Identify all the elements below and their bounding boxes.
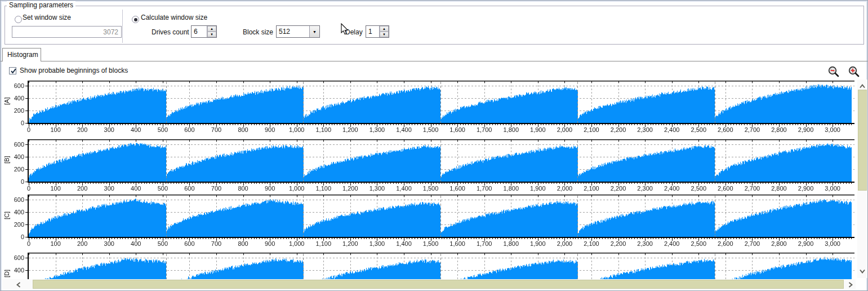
block-size-label: Block size xyxy=(243,28,273,36)
vertical-scrollbar[interactable] xyxy=(857,80,867,278)
delay-label: Delay xyxy=(345,28,363,36)
tab-strip-divider xyxy=(1,61,867,61)
histogram-chart-b: [B] xyxy=(1,138,856,195)
calculate-window-size-radio[interactable] xyxy=(132,16,139,23)
scroll-left-icon[interactable] xyxy=(16,282,21,288)
horizontal-scrollbar[interactable] xyxy=(2,279,856,289)
set-window-size-label[interactable]: Set window size xyxy=(23,14,71,21)
group-separator xyxy=(122,10,123,43)
block-size-value[interactable]: 512 xyxy=(277,26,309,37)
delay-stepper[interactable]: 1 ▲ ▼ xyxy=(366,25,389,38)
scroll-up-icon[interactable] xyxy=(860,84,865,89)
set-window-size-radio[interactable] xyxy=(15,16,22,23)
histogram-canvas-c[interactable] xyxy=(1,193,856,250)
app-window: Sampling parameters Set window size Calc… xyxy=(0,0,868,291)
scroll-right-icon[interactable] xyxy=(848,282,853,288)
drives-count-up-button[interactable]: ▲ xyxy=(207,26,216,32)
delay-down-button[interactable]: ▼ xyxy=(380,32,389,37)
group-title: Sampling parameters xyxy=(7,1,75,9)
horizontal-scrollbar-thumb[interactable] xyxy=(33,280,844,289)
dropdown-arrow-icon[interactable]: ▼ xyxy=(309,26,319,37)
drives-count-value[interactable]: 6 xyxy=(192,26,207,37)
scroll-down-icon[interactable] xyxy=(860,269,865,274)
histogram-canvas-b[interactable] xyxy=(1,138,856,195)
sampling-parameters-group: Sampling parameters Set window size Calc… xyxy=(5,6,864,45)
calculate-window-size-label[interactable]: Calculate window size xyxy=(141,14,207,21)
tab-histogram[interactable]: Histogram xyxy=(2,48,41,61)
block-size-dropdown[interactable]: 512 ▼ xyxy=(276,25,320,38)
checkmark-icon xyxy=(10,68,17,74)
show-blocks-checkbox[interactable] xyxy=(9,67,16,74)
show-blocks-checkbox-row[interactable]: Show probable beginnings of blocks xyxy=(9,67,128,74)
histogram-chart-d: [D] xyxy=(1,252,856,279)
drives-count-label: Drives count xyxy=(152,28,189,36)
histogram-chart-c: [C] xyxy=(1,193,856,250)
drives-count-down-button[interactable]: ▼ xyxy=(207,32,216,37)
histogram-canvas-d[interactable] xyxy=(1,252,856,279)
zoom-out-icon[interactable] xyxy=(827,65,840,78)
delay-value[interactable]: 1 xyxy=(366,26,379,37)
zoom-toolbar xyxy=(827,65,860,78)
histogram-canvas-a[interactable] xyxy=(1,80,856,136)
histogram-chart-a: [A] xyxy=(1,80,856,136)
show-blocks-checkbox-label[interactable]: Show probable beginnings of blocks xyxy=(20,67,128,74)
vertical-scrollbar-thumb[interactable] xyxy=(858,90,867,191)
zoom-in-icon[interactable] xyxy=(848,65,860,78)
delay-up-button[interactable]: ▲ xyxy=(380,26,389,32)
drives-count-stepper[interactable]: 6 ▲ ▼ xyxy=(191,25,217,38)
window-size-input[interactable] xyxy=(12,26,122,38)
